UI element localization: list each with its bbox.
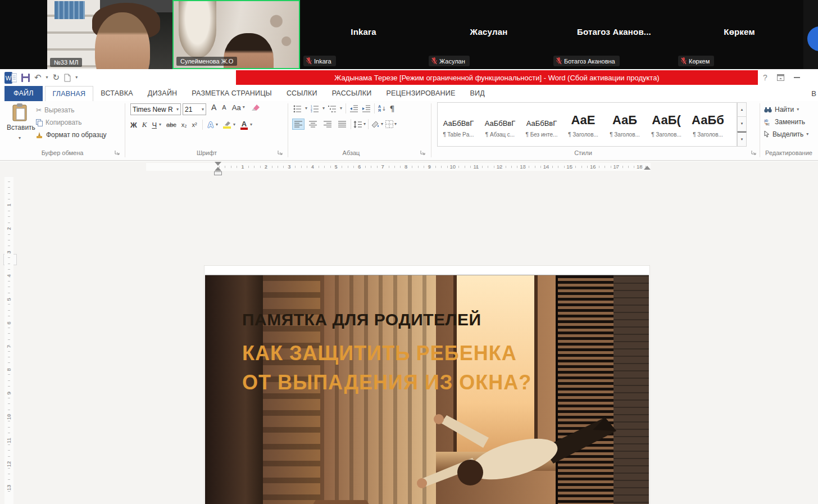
format-painter-button[interactable]: Формат по образцу [36, 129, 107, 140]
paste-caret-icon: ▾ [19, 135, 21, 140]
sort-button[interactable]: А Я ↓ [378, 105, 386, 112]
multilevel-list-icon[interactable] [328, 105, 337, 112]
window-title: Жадынама Терезе [Режим ограниченной функ… [236, 70, 758, 85]
tab-design[interactable]: ДИЗАЙН [140, 86, 185, 101]
style-card[interactable]: АаБбВвГ ¶ Без инте... [521, 103, 562, 146]
style-card[interactable]: АаБ( ¶ Заголов... [646, 103, 687, 146]
align-center-button[interactable] [307, 119, 319, 130]
find-button[interactable]: Найти ▾ [764, 104, 808, 115]
style-name: ¶ Абзац с... [479, 131, 521, 138]
minimize-button[interactable] [794, 77, 800, 78]
copy-button[interactable]: Копировать [36, 117, 107, 128]
document-page[interactable]: ПАМЯТКА ДЛЯ РОДИТЕЛЕЙ КАК ЗАЩИТИТЬ РЕБЕН… [204, 265, 650, 504]
style-preview: АаБб [687, 106, 729, 128]
font-size-select[interactable]: 21 ▾ [183, 103, 206, 115]
sign-in-link[interactable]: В [811, 89, 816, 98]
qat-menu-icon[interactable]: ▾ [75, 75, 78, 80]
paste-label: Вставить [7, 124, 33, 131]
increase-indent-icon[interactable] [362, 105, 371, 112]
font-color-button[interactable]: А [240, 120, 248, 130]
video1-binders [54, 1, 85, 19]
align-right-button[interactable] [321, 119, 334, 130]
paragraph-group-label: Абзац [303, 149, 399, 156]
hanging-indent-marker[interactable] [215, 167, 221, 171]
tab-file[interactable]: ФАЙЛ [4, 86, 43, 101]
dialog-launcher-icon[interactable] [420, 150, 426, 156]
undo-icon[interactable]: ↶ [34, 74, 42, 82]
bold-button[interactable]: Ж [130, 121, 137, 129]
paste-button[interactable]: Вставить ▾ [7, 103, 33, 148]
tab-references[interactable]: ССЫЛКИ [279, 86, 325, 101]
style-card[interactable]: АаЕ ¶ Заголов... [562, 103, 604, 146]
grow-font-button[interactable]: А [211, 103, 216, 112]
format-painter-label: Формат по образцу [46, 131, 107, 139]
style-card[interactable]: АаБб ¶ Заголов... [687, 103, 729, 146]
badge-name: Көркем [689, 58, 710, 65]
ribbon-display-options-icon[interactable] [777, 74, 784, 81]
borders-button[interactable]: ▾ [385, 120, 397, 128]
replace-button[interactable]: abac Заменить [764, 116, 808, 128]
participant-display-name: Жасулан [426, 27, 551, 37]
first-line-indent-marker[interactable] [215, 162, 221, 166]
help-icon[interactable]: ? [763, 73, 767, 82]
align-left-button[interactable] [292, 119, 305, 130]
tab-page-layout[interactable]: РАЗМЕТКА СТРАНИЦЫ [184, 86, 279, 101]
copy-label: Копировать [46, 119, 82, 126]
sort-arrow: ↓ [381, 106, 386, 112]
numbering-caret-icon: ▾ [322, 106, 325, 111]
shading-button[interactable]: ▾ [371, 120, 383, 128]
style-card[interactable]: АаБ ¶ Заголов... [604, 103, 646, 146]
tab-home[interactable]: ГЛАВНАЯ [45, 86, 94, 101]
redo-icon[interactable]: ↻ [53, 74, 60, 82]
video-tile-1[interactable]: №33 МЛ [47, 0, 172, 69]
right-indent-marker[interactable] [644, 166, 651, 170]
tab-view[interactable]: ВИД [462, 86, 492, 101]
styles-gallery-more[interactable]: ▾ [737, 131, 747, 147]
pilcrow-button[interactable]: ¶ [390, 104, 395, 113]
undo-caret-icon[interactable]: ▾ [46, 75, 48, 80]
dialog-launcher-icon[interactable] [751, 150, 757, 156]
dialog-launcher-icon[interactable] [115, 150, 120, 156]
strikethrough-button[interactable]: abc [166, 121, 176, 128]
tab-review[interactable]: РЕЦЕНЗИРОВАНИЕ [379, 86, 462, 101]
styles-scroll-up[interactable]: ▴ [737, 102, 747, 117]
dialog-launcher-icon[interactable] [278, 150, 283, 156]
font-group-label: Шрифт [151, 149, 263, 156]
decrease-indent-icon[interactable] [349, 105, 358, 112]
tab-mailings[interactable]: РАССЫЛКИ [325, 86, 379, 101]
justify-button[interactable] [336, 119, 348, 130]
cut-button[interactable]: ✂ Вырезать [36, 105, 107, 116]
svg-text:ac: ac [766, 122, 770, 125]
style-card[interactable]: АаБбВвГ ¶ Table Pa... [438, 103, 479, 146]
poster-subtitle-line1: КАК ЗАЩИТИТЬ РЕБЕНКА [242, 342, 517, 365]
clear-formatting-eraser-icon[interactable] [251, 103, 260, 111]
styles-scroll-down[interactable]: ▾ [737, 117, 747, 131]
quick-access-toolbar: W ↶ ▾ ↻ ▾ [4, 71, 78, 84]
line-spacing-button[interactable]: ▾ [353, 121, 366, 128]
font-size-value: 21 [185, 106, 200, 113]
highlight-button[interactable] [223, 121, 231, 129]
style-preview: АаБ [604, 106, 646, 128]
style-card[interactable]: АаБбВвГ ¶ Абзац с... [479, 103, 521, 146]
numbering-icon[interactable]: 123 [311, 105, 319, 112]
save-icon[interactable] [21, 74, 30, 82]
bullets-icon[interactable] [293, 105, 302, 112]
left-indent-marker[interactable] [214, 171, 222, 175]
underline-button[interactable]: Ч [152, 121, 157, 129]
sort-letter-z: Я [378, 108, 381, 112]
new-document-icon[interactable] [64, 74, 71, 82]
select-button[interactable]: Выделить ▾ [764, 129, 808, 140]
subscript-button[interactable]: х₂ [181, 121, 187, 128]
video-tile-2-active-speaker[interactable]: Сулейменова Ж.О [172, 0, 300, 69]
text-effects-button[interactable]: А [208, 120, 213, 129]
change-case-button[interactable]: Аа [232, 103, 241, 112]
italic-button[interactable]: К [142, 120, 147, 129]
shrink-font-button[interactable]: А [222, 104, 226, 111]
poster-image[interactable]: ПАМЯТКА ДЛЯ РОДИТЕЛЕЙ КАК ЗАЩИТИТЬ РЕБЕН… [205, 275, 649, 504]
font-family-select[interactable]: Times New R ▾ [130, 103, 181, 115]
superscript-button[interactable]: х² [192, 121, 197, 128]
styles-gallery: АаБбВвГ ¶ Table Pa... АаБбВвГ ¶ Абзац с.… [437, 102, 737, 147]
tab-insert[interactable]: ВСТАВКА [93, 86, 140, 101]
ribbon: Вставить ▾ ✂ Вырезать Копировать Формат … [0, 101, 818, 161]
word-logo-icon[interactable]: W [4, 72, 17, 84]
